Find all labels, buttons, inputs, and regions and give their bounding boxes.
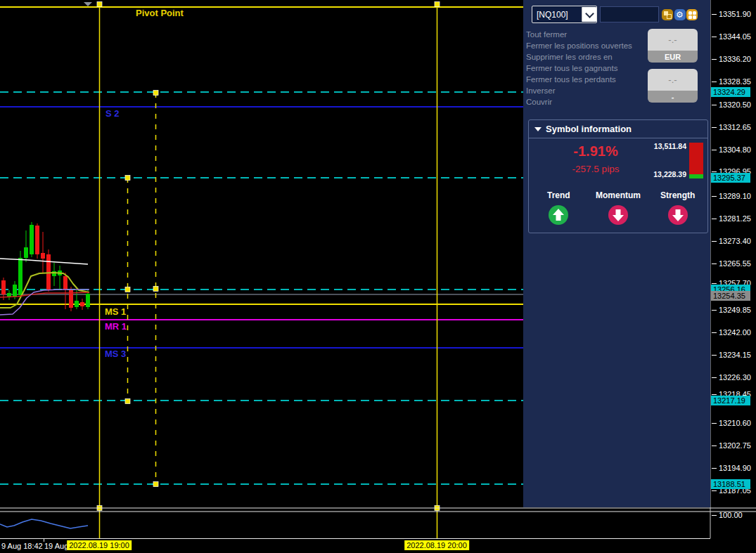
- indicator-strength: Strength: [650, 190, 706, 225]
- price-tick: 13328.35: [710, 77, 756, 86]
- price-label: 13281.25: [719, 214, 751, 223]
- arrow-down-icon: [668, 205, 688, 225]
- apps-grid-icon: [688, 11, 696, 19]
- order-stack-2[interactable]: -.--: [648, 69, 698, 103]
- price-tick: 13194.90: [710, 464, 756, 473]
- indicator-label: Strength: [660, 190, 695, 200]
- trading-app-window: { "chart": { "bg": "#000000", "object_la…: [0, 0, 756, 553]
- axis-tick: [712, 377, 717, 378]
- range-bar-red: [689, 143, 703, 174]
- price-tick: 13210.60: [710, 419, 756, 428]
- cycle-line-2-handle[interactable]: [153, 287, 158, 292]
- cycle-line-2-handle[interactable]: [153, 482, 158, 487]
- overlap-squares-icon: [667, 14, 672, 19]
- time-badge: 2022.08.19 19:00: [67, 540, 132, 550]
- menu-item-fermer-les-positions-ouvertes[interactable]: Fermer les positions ouvertes: [526, 40, 646, 51]
- menu-item-tout-fermer[interactable]: Tout fermer: [526, 29, 646, 40]
- price-label: 13210.60: [719, 419, 751, 427]
- indicator-momentum: Momentum: [590, 190, 646, 225]
- axis-tick: [712, 82, 717, 82]
- order-size-input[interactable]: [600, 6, 659, 22]
- vline-1900-handle[interactable]: [97, 2, 102, 7]
- price-tick: 13320.50: [710, 100, 756, 110]
- candle-body: [80, 302, 84, 306]
- copy-squares-button[interactable]: [662, 9, 673, 20]
- trade-actions-menu: Tout fermerFermer les positions ouvertes…: [526, 29, 646, 108]
- price-label: 13249.85: [719, 306, 751, 314]
- symbol-information-panel: Symbol information -1.91% -257.5 pips 13…: [528, 119, 708, 233]
- indicator-label: Momentum: [596, 190, 641, 200]
- current-price-badge: 13295.37: [711, 173, 750, 183]
- price-tick: 13273.40: [710, 237, 756, 246]
- time-badge: 2022.08.19 20:00: [404, 540, 469, 550]
- gear-icon: ⚙: [676, 11, 684, 19]
- axis-tick: [712, 127, 717, 128]
- settings-button[interactable]: ⚙: [674, 9, 686, 20]
- apps-grid-button[interactable]: [686, 9, 698, 20]
- ma-white: [0, 259, 88, 264]
- menu-item-couvrir[interactable]: Couvrir: [526, 96, 646, 108]
- symbol-select-arrow-button[interactable]: [582, 7, 596, 22]
- axis-tick: [712, 171, 717, 172]
- price-label: 13351.90: [719, 10, 751, 18]
- cycle-line-1-handle[interactable]: [125, 399, 130, 404]
- axis-tick: [712, 468, 717, 469]
- time-axis-line: [0, 538, 710, 539]
- arrow-up-icon: [549, 205, 568, 225]
- trade-panel-topbar: [NQ100] ⚙: [523, 0, 710, 26]
- current-price-badge: 13324.29: [711, 87, 750, 97]
- price-tick: 13344.05: [710, 32, 756, 41]
- trade-panel: [NQ100] ⚙ Tout fermerFermer les position…: [523, 0, 710, 507]
- order-stack-1[interactable]: -.-EUR: [648, 29, 698, 63]
- candle-body: [52, 271, 56, 276]
- cycle-line-1-handle[interactable]: [125, 287, 130, 292]
- menu-item-fermer-tous-les-gagnants[interactable]: Fermer tous les gagnants: [526, 63, 646, 74]
- current-price-badge: 13188.51: [711, 479, 750, 489]
- axis-tick: [712, 515, 717, 516]
- menu-item-fermer-tous-les-perdants[interactable]: Fermer tous les perdants: [526, 74, 646, 85]
- vline-2000-handle[interactable]: [435, 2, 440, 7]
- axis-tick: [712, 394, 717, 395]
- candle-body: [75, 301, 79, 307]
- price-label: 13265.55: [719, 259, 751, 268]
- candle-body: [18, 258, 23, 295]
- menu-item-supprimer-les-ordres-en[interactable]: Supprimer les ordres en: [526, 51, 646, 63]
- axis-tick: [712, 241, 717, 242]
- candle-body: [63, 276, 68, 289]
- price-tick: 13265.55: [710, 259, 756, 268]
- indicator-trend: Trend: [530, 190, 587, 225]
- price-tick: 13304.80: [710, 145, 756, 155]
- candle-body: [13, 285, 17, 297]
- candle-body: [30, 225, 34, 254]
- price-tick: 13234.15: [710, 351, 756, 360]
- symbol-information-title: Symbol information: [546, 124, 632, 134]
- range-bar-green: [689, 174, 703, 178]
- stack-value[interactable]: -.-: [648, 69, 698, 91]
- candle-body: [1, 280, 6, 294]
- range-high-value: 13,511.84: [627, 142, 686, 150]
- time-axis[interactable]: 9 Aug 18:4219 Aug 182022.08.19 19:002022…: [0, 538, 756, 553]
- price-label: 13226.30: [719, 373, 751, 382]
- symbol-select[interactable]: [NQ100]: [532, 6, 597, 23]
- chart-shift-marker-icon[interactable]: [84, 2, 92, 6]
- indicator-label: Trend: [547, 190, 570, 200]
- collapse-triangle-icon: [534, 127, 542, 131]
- candle-body: [41, 253, 45, 259]
- cycle-line-1-handle[interactable]: [125, 176, 130, 181]
- candle-body: [35, 226, 39, 254]
- indicator-row: TrendMomentumStrength: [529, 190, 707, 225]
- symbol-information-header[interactable]: Symbol information: [529, 120, 707, 138]
- stack-value[interactable]: -.-: [648, 29, 698, 51]
- menu-item-inverser[interactable]: Inverser: [526, 85, 646, 96]
- cycle-line-2-handle[interactable]: [153, 91, 158, 96]
- time-label: 9 Aug 18:42: [1, 542, 43, 550]
- price-label: 13312.65: [719, 123, 751, 131]
- stack-unit[interactable]: -: [648, 91, 698, 103]
- axis-tick: [712, 283, 717, 284]
- price-label: 100.00: [719, 511, 743, 519]
- stack-unit[interactable]: EUR: [648, 51, 698, 63]
- price-tick: 13242.00: [710, 328, 756, 337]
- price-label: 13242.00: [719, 328, 751, 337]
- price-tick: 13336.20: [710, 55, 756, 64]
- price-axis[interactable]: 13296.9513257.7013218.4513187.0513351.90…: [710, 0, 756, 538]
